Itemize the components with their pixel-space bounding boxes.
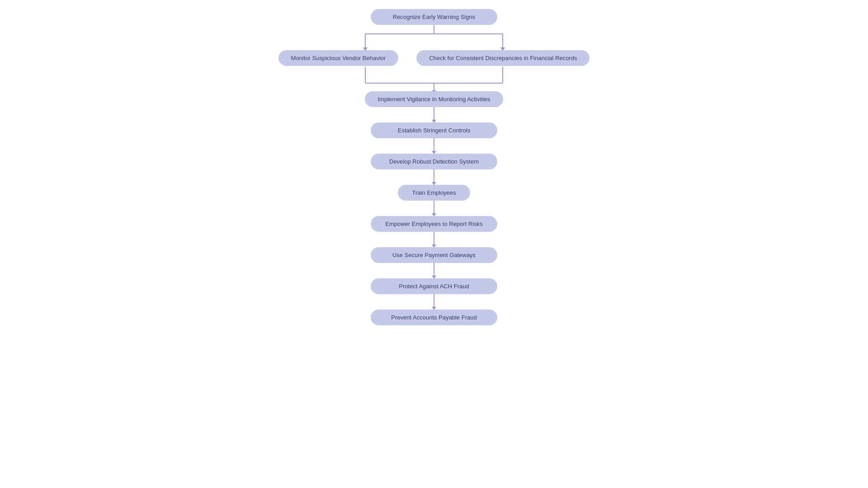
branch-svg-1 (298, 25, 570, 52)
node-develop: Develop Robust Detection System (371, 154, 497, 169)
node-protect-ach: Protect Against ACH Fraud (371, 278, 497, 294)
connector-2 (434, 107, 434, 122)
connector-6 (434, 232, 434, 247)
node-train: Train Employees (398, 185, 470, 201)
connector-8 (434, 294, 434, 310)
connector-5 (434, 201, 434, 216)
node-monitor-vendor: Monitor Suspicious Vendor Behavior (278, 50, 399, 66)
node-establish: Establish Stringent Controls (371, 122, 497, 138)
node-prevent-ap: Prevent Accounts Payable Fraud (371, 310, 497, 325)
branch-row-1: Monitor Suspicious Vendor Behavior Check… (276, 50, 592, 66)
node-implement: Implement Vigilance in Monitoring Activi… (365, 91, 503, 107)
flowchart-container: Recognize Early Warning Signs Monitor Su… (0, 0, 868, 325)
connector-4 (434, 169, 434, 185)
merge-svg-1 (298, 66, 570, 93)
node-recognize: Recognize Early Warning Signs (371, 9, 497, 25)
connector-7 (434, 263, 434, 278)
node-empower: Empower Employees to Report Risks (371, 216, 497, 232)
connector-3 (434, 138, 434, 154)
node-check-discrepancies: Check for Consistent Discrepancies in Fi… (416, 50, 590, 66)
node-use-secure: Use Secure Payment Gateways (371, 247, 497, 263)
